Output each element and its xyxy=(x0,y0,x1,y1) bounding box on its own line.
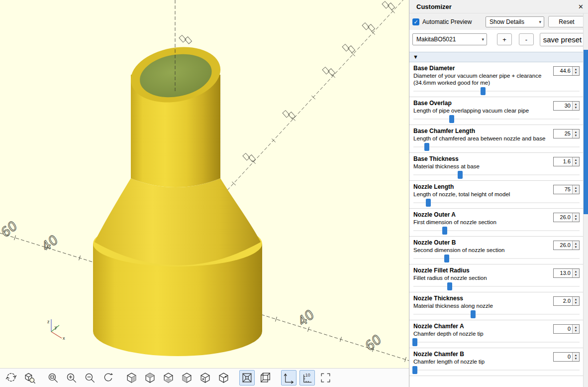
panel-scrollbar[interactable] xyxy=(583,13,588,387)
spinbox-arrows[interactable]: ▲ ▼ xyxy=(572,102,579,110)
parameter-slider[interactable] xyxy=(413,171,580,179)
orthogonal-button[interactable] xyxy=(258,370,273,386)
save-preset-button[interactable]: save preset xyxy=(540,33,585,46)
slider-handle[interactable] xyxy=(412,338,417,346)
slider-handle[interactable] xyxy=(424,143,429,151)
parameter-value: 44.6 xyxy=(554,67,572,75)
view-right-button[interactable] xyxy=(124,370,139,386)
spinbox-arrows[interactable]: ▲ ▼ xyxy=(572,185,579,194)
spin-down-icon[interactable]: ▼ xyxy=(575,162,578,165)
scrollbar-thumb[interactable] xyxy=(584,50,588,214)
show-scale-markers-button[interactable]: 10 xyxy=(299,370,315,386)
remove-preset-button[interactable]: - xyxy=(519,33,534,45)
spin-down-icon[interactable]: ▼ xyxy=(575,190,578,193)
view-left-button[interactable] xyxy=(179,370,195,386)
parameter-spinbox[interactable]: 26.0 ▲ ▼ xyxy=(553,213,580,222)
zoom-in-button[interactable] xyxy=(64,370,79,386)
view-back-button[interactable] xyxy=(216,370,231,386)
perspective-button[interactable] xyxy=(239,370,255,386)
slider-handle[interactable] xyxy=(442,227,447,235)
spin-down-icon[interactable]: ▼ xyxy=(575,357,578,361)
slider-handle[interactable] xyxy=(426,199,431,207)
parameter-spinbox[interactable]: 75 ▲ ▼ xyxy=(553,185,580,194)
spin-down-icon[interactable]: ▼ xyxy=(575,246,578,249)
spinbox-arrows[interactable]: ▲ ▼ xyxy=(572,157,579,166)
preset-dropdown[interactable]: MakitaBO5021 ▾ xyxy=(412,33,487,45)
slider-handle[interactable] xyxy=(444,255,449,262)
slider-handle[interactable] xyxy=(412,366,417,374)
parameter-slider[interactable] xyxy=(413,227,580,235)
spin-down-icon[interactable]: ▼ xyxy=(575,329,578,333)
spinbox-arrows[interactable]: ▲ ▼ xyxy=(572,325,579,333)
add-preset-button[interactable]: + xyxy=(497,33,512,45)
spin-up-icon[interactable]: ▲ xyxy=(575,326,578,329)
parameter-slider[interactable] xyxy=(413,199,580,207)
details-dropdown[interactable]: Show Details ▾ xyxy=(486,16,544,27)
spin-up-icon[interactable]: ▲ xyxy=(575,186,578,190)
parameter-slider[interactable] xyxy=(413,87,580,96)
spin-up-icon[interactable]: ▲ xyxy=(575,242,578,246)
reset-view-button[interactable] xyxy=(100,370,116,386)
view-front-button[interactable] xyxy=(197,370,213,386)
spin-up-icon[interactable]: ▲ xyxy=(575,103,578,106)
spin-up-icon[interactable]: ▲ xyxy=(575,158,578,162)
parameter-spinbox[interactable]: 1.6 ▲ ▼ xyxy=(553,157,580,166)
zoom-all-button[interactable] xyxy=(22,370,37,386)
spinbox-arrows[interactable]: ▲ ▼ xyxy=(572,353,579,361)
parameter-label: Nozzle Thickness xyxy=(413,295,551,302)
automatic-preview-checkbox[interactable]: ✓ xyxy=(412,18,419,25)
close-icon[interactable]: ✕ xyxy=(578,3,584,10)
spin-down-icon[interactable]: ▼ xyxy=(575,301,578,305)
spin-up-icon[interactable]: ▲ xyxy=(575,298,578,301)
zoom-out-button[interactable] xyxy=(82,370,98,386)
parameter-slider[interactable] xyxy=(413,255,580,263)
slider-handle[interactable] xyxy=(447,282,452,290)
spinbox-arrows[interactable]: ▲ ▼ xyxy=(572,129,579,138)
parameter-spinbox[interactable]: 2.0 ▲ ▼ xyxy=(553,296,580,306)
parameter-spinbox[interactable]: 0 ▲ ▼ xyxy=(553,324,580,334)
slider-handle[interactable] xyxy=(458,171,463,179)
view-bottom-button[interactable] xyxy=(161,370,176,386)
3d-viewport[interactable]: 60 40 40 60 z y x xyxy=(0,0,409,368)
slider-handle[interactable] xyxy=(481,87,486,95)
spin-down-icon[interactable]: ▼ xyxy=(575,106,578,110)
spinbox-arrows[interactable]: ▲ ▼ xyxy=(572,297,579,305)
parameter-slider[interactable] xyxy=(413,366,580,375)
slider-handle[interactable] xyxy=(449,115,454,123)
spin-up-icon[interactable]: ▲ xyxy=(575,130,578,134)
parameter-spinbox[interactable]: 26.0 ▲ ▼ xyxy=(553,241,580,250)
spinbox-arrows[interactable]: ▲ ▼ xyxy=(572,213,579,222)
parameter-slider[interactable] xyxy=(413,282,580,291)
spin-down-icon[interactable]: ▼ xyxy=(575,218,578,221)
orthogonal-icon xyxy=(259,372,272,384)
spin-up-icon[interactable]: ▲ xyxy=(575,68,578,71)
parameter-slider[interactable] xyxy=(413,115,580,124)
spin-up-icon[interactable]: ▲ xyxy=(575,270,578,273)
parameter-slider[interactable] xyxy=(413,338,580,347)
slider-handle[interactable] xyxy=(471,310,476,318)
parameter-spinbox[interactable]: 44.6 ▲ ▼ xyxy=(553,66,580,76)
spin-down-icon[interactable]: ▼ xyxy=(575,134,578,137)
parameter-label: Base Diameter xyxy=(413,65,551,72)
spinbox-arrows[interactable]: ▲ ▼ xyxy=(572,67,579,75)
spin-up-icon[interactable]: ▲ xyxy=(575,214,578,218)
spin-down-icon[interactable]: ▼ xyxy=(575,273,578,277)
spin-down-icon[interactable]: ▼ xyxy=(575,71,578,75)
spin-up-icon[interactable]: ▲ xyxy=(575,354,578,357)
parameter-spinbox[interactable]: 13.0 ▲ ▼ xyxy=(553,268,580,278)
parameter-spinbox[interactable]: 0 ▲ ▼ xyxy=(553,352,580,362)
parameter-spinbox[interactable]: 30 ▲ ▼ xyxy=(553,101,580,111)
view-all-button[interactable] xyxy=(45,370,61,386)
spinbox-arrows[interactable]: ▲ ▼ xyxy=(572,269,579,277)
rotate-view-button[interactable] xyxy=(3,370,19,386)
spinbox-arrows[interactable]: ▲ ▼ xyxy=(572,241,579,250)
view-top-button[interactable] xyxy=(142,370,158,386)
parameter-slider[interactable] xyxy=(413,143,580,151)
parameter-section-header[interactable]: ▼ xyxy=(409,52,588,62)
show-crosshairs-button[interactable] xyxy=(318,370,333,386)
parameter-row: Base Chamfer Length Length of chamfered … xyxy=(409,125,584,153)
parameter-spinbox[interactable]: 25 ▲ ▼ xyxy=(553,129,580,138)
reset-button[interactable]: Reset xyxy=(548,16,585,27)
show-axes-button[interactable] xyxy=(281,370,296,386)
parameter-slider[interactable] xyxy=(413,310,580,319)
